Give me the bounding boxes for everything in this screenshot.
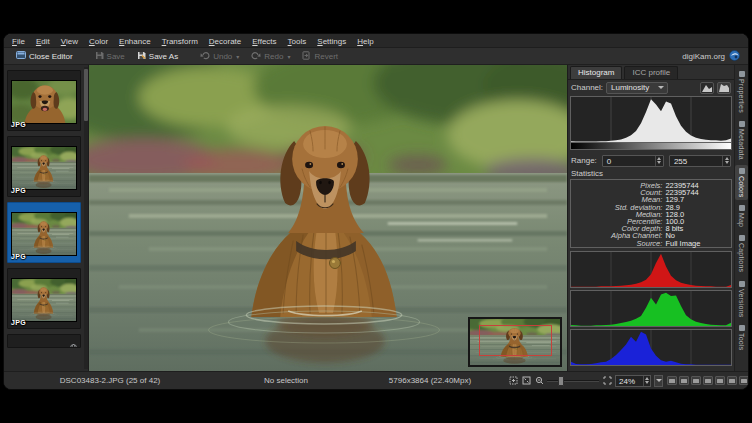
- channel-label: Channel:: [571, 83, 603, 92]
- stat-row: Source:Full Image: [571, 240, 731, 247]
- format-badge: JPG: [11, 187, 26, 194]
- thumbbar-toggle-button-6[interactable]: [727, 376, 737, 385]
- tab-tools[interactable]: Tools: [735, 322, 748, 353]
- statusbar-filename: DSC03483-2.JPG (25 of 42): [4, 376, 216, 385]
- spin-arrows[interactable]: [722, 156, 730, 166]
- menu-view[interactable]: View: [61, 37, 78, 46]
- format-badge: JPG: [11, 319, 26, 326]
- tab-metadata[interactable]: Metadata: [735, 118, 748, 163]
- menu-tools[interactable]: Tools: [288, 37, 307, 46]
- range-max-spinbox[interactable]: 255: [669, 155, 731, 167]
- captions-icon: [739, 235, 745, 241]
- digikam-logo-icon: [729, 50, 740, 63]
- spin-arrows[interactable]: [655, 156, 663, 166]
- zoom-slider[interactable]: [547, 376, 599, 386]
- revert-button[interactable]: Revert: [298, 50, 342, 63]
- undo-dropdown-icon[interactable]: ▾: [236, 53, 239, 60]
- thumbbar-toggle-button-7[interactable]: [739, 376, 749, 385]
- menu-color[interactable]: Color: [89, 37, 108, 46]
- zoom-percent-spinbox[interactable]: 24%: [615, 375, 651, 387]
- zoom-100-button[interactable]: [602, 376, 612, 386]
- menu-edit[interactable]: Edit: [36, 37, 50, 46]
- filmstrip-scrollbar[interactable]: [84, 67, 88, 369]
- filmstrip: JPG JPG: [4, 65, 89, 371]
- statusbar: DSC03483-2.JPG (25 of 42) No selection 5…: [4, 371, 748, 389]
- histogram-gradient-strip: [571, 142, 731, 149]
- save-icon: [95, 51, 104, 62]
- tab-divider: [568, 79, 734, 80]
- menu-file[interactable]: File: [12, 37, 25, 46]
- menu-settings[interactable]: Settings: [317, 37, 346, 46]
- menu-enhance[interactable]: Enhance: [119, 37, 151, 46]
- filmstrip-thumbnail-1[interactable]: JPG: [7, 70, 81, 131]
- metadata-icon: [739, 121, 745, 127]
- versions-icon: [739, 281, 745, 287]
- right-sidebar-tabs: Properties Metadata Colors Map Captions …: [734, 65, 748, 371]
- fit-selection-button[interactable]: [508, 376, 518, 386]
- redo-button[interactable]: Redo ▾: [247, 50, 294, 63]
- fit-window-button[interactable]: [521, 376, 531, 386]
- menu-help[interactable]: Help: [357, 37, 373, 46]
- menu-transform[interactable]: Transform: [162, 37, 198, 46]
- channel-select[interactable]: Luminosity: [606, 82, 668, 94]
- red-channel-histogram: [570, 251, 732, 288]
- statusbar-selection: No selection: [216, 376, 356, 385]
- filmstrip-thumbnail-3-selected[interactable]: JPG: [7, 202, 81, 263]
- thumbbar-toggle-button-5[interactable]: [715, 376, 725, 385]
- redo-icon: [251, 51, 261, 62]
- menu-decorate[interactable]: Decorate: [209, 37, 241, 46]
- geolocation-icon: [70, 139, 77, 146]
- thumbnail-photo: [11, 278, 77, 322]
- filmstrip-thumbnail-5-partial[interactable]: [7, 334, 81, 348]
- range-label: Range:: [571, 156, 597, 165]
- screenshot-stage: File Edit View Color Enhance Transform D…: [0, 0, 752, 423]
- thumbbar-toggle-button-3[interactable]: [691, 376, 701, 385]
- filmstrip-scrollbar-thumb[interactable]: [84, 69, 88, 121]
- spin-arrows[interactable]: [643, 376, 650, 386]
- zoom-slider-knob[interactable]: [558, 376, 564, 386]
- statusbar-dimensions: 5796x3864 (22.40Mpx): [356, 376, 504, 385]
- thumbbar-toggle-button-4[interactable]: [703, 376, 713, 385]
- editor-canvas[interactable]: [89, 65, 567, 371]
- close-editor-button[interactable]: Close Editor: [12, 49, 77, 63]
- zoom-presets-dropdown[interactable]: [654, 375, 663, 387]
- tab-histogram[interactable]: Histogram: [570, 66, 622, 79]
- tab-icc-profile[interactable]: ICC profile: [624, 66, 678, 79]
- luminosity-histogram[interactable]: [570, 96, 732, 150]
- linear-scale-button[interactable]: [700, 82, 714, 94]
- save-as-button[interactable]: Save As: [133, 50, 182, 63]
- filmstrip-thumbnail-4[interactable]: JPG: [7, 268, 81, 329]
- pan-overview[interactable]: [468, 317, 562, 367]
- tab-captions[interactable]: Captions: [735, 232, 748, 275]
- geolocation-icon: [70, 337, 77, 344]
- range-row: Range: 0 255: [571, 154, 731, 167]
- thumbbar-toggle-button-1[interactable]: [667, 376, 677, 385]
- statistics-title: Statistics: [571, 169, 603, 178]
- tab-versions[interactable]: Versions: [735, 278, 748, 320]
- redo-dropdown-icon[interactable]: ▾: [287, 53, 290, 60]
- thumbnail-photo: [11, 212, 77, 256]
- filmstrip-thumbnail-2[interactable]: JPG: [7, 136, 81, 197]
- toolbar: Close Editor Save Save As Undo: [4, 48, 748, 65]
- logarithmic-scale-button[interactable]: [717, 82, 731, 94]
- zoom-slider-track: [547, 380, 599, 382]
- tab-properties[interactable]: Properties: [735, 68, 748, 116]
- range-min-spinbox[interactable]: 0: [602, 155, 664, 167]
- digikam-brand[interactable]: digiKam.org: [682, 50, 740, 63]
- tab-map[interactable]: Map: [735, 202, 748, 230]
- close-editor-icon: [16, 50, 26, 62]
- menu-effects[interactable]: Effects: [252, 37, 276, 46]
- format-badge: JPG: [11, 253, 26, 260]
- statusbar-buttons: [667, 376, 749, 385]
- revert-icon: [302, 51, 311, 62]
- pan-overview-visible-rect[interactable]: [479, 325, 552, 356]
- save-button[interactable]: Save: [91, 50, 129, 63]
- statistics-box: Pixels:22395744 Count:22395744 Mean:129.…: [570, 179, 732, 248]
- format-badge: JPG: [11, 121, 26, 128]
- zoom-out-icon[interactable]: [534, 376, 544, 386]
- tab-colors[interactable]: Colors: [735, 165, 748, 200]
- undo-button[interactable]: Undo ▾: [196, 50, 243, 63]
- thumbbar-toggle-button-2[interactable]: [679, 376, 689, 385]
- geolocation-icon: [70, 271, 77, 278]
- geolocation-icon: [70, 73, 77, 80]
